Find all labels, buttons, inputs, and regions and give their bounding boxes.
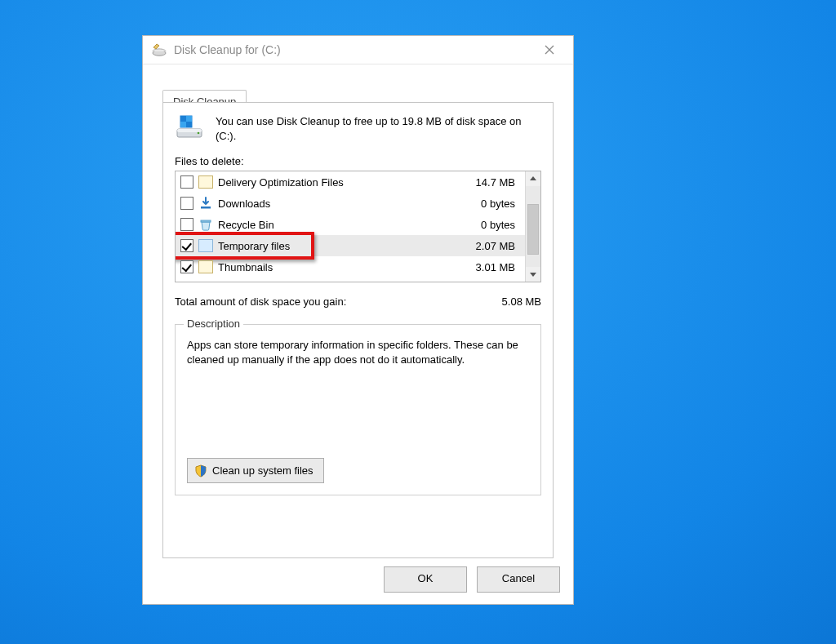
total-value: 5.08 MB xyxy=(468,295,541,308)
file-icon xyxy=(198,175,213,189)
disk-cleanup-dialog: Disk Cleanup for (C:) Disk Cleanup xyxy=(142,35,574,605)
svg-rect-7 xyxy=(180,122,186,127)
list-item[interactable]: Thumbnails3.01 MB xyxy=(176,256,525,278)
svg-rect-6 xyxy=(186,116,192,122)
checkbox[interactable] xyxy=(180,175,193,189)
close-icon xyxy=(545,45,554,55)
file-list: Delivery Optimization Files14.7 MBDownlo… xyxy=(175,171,541,282)
ok-button[interactable]: OK xyxy=(384,566,467,593)
item-size: 0 bytes xyxy=(442,198,520,210)
download-icon xyxy=(198,196,213,211)
checkbox[interactable] xyxy=(180,197,193,210)
scroll-up-button[interactable] xyxy=(526,171,540,186)
item-size: 3.01 MB xyxy=(442,261,520,273)
scroll-down-button[interactable] xyxy=(526,267,540,282)
item-name: Thumbnails xyxy=(218,261,437,273)
item-size: 2.07 MB xyxy=(442,240,520,252)
description-legend: Description xyxy=(184,318,243,330)
close-button[interactable] xyxy=(531,38,568,62)
tab-area: Disk Cleanup xyxy=(153,80,563,558)
checkbox[interactable] xyxy=(180,218,193,231)
item-size: 14.7 MB xyxy=(442,176,520,189)
svg-rect-5 xyxy=(180,116,186,122)
item-size: 0 bytes xyxy=(442,219,520,231)
cancel-button[interactable]: Cancel xyxy=(477,566,560,593)
svg-rect-2 xyxy=(177,129,202,132)
checkbox[interactable] xyxy=(180,239,193,252)
svg-rect-10 xyxy=(201,220,211,222)
shield-icon xyxy=(194,464,207,477)
svg-rect-8 xyxy=(186,122,192,127)
desktop-background: Disk Cleanup for (C:) Disk Cleanup xyxy=(0,0,836,644)
titlebar[interactable]: Disk Cleanup for (C:) xyxy=(143,36,573,64)
disk-cleanup-icon xyxy=(151,42,167,58)
list-item[interactable]: Temporary files2.07 MB xyxy=(176,235,525,256)
folder-blue-icon xyxy=(198,238,213,253)
files-to-delete-label: Files to delete: xyxy=(175,155,541,167)
recycle-icon xyxy=(198,217,213,232)
scrollbar-thumb[interactable] xyxy=(527,204,539,255)
clean-system-files-button[interactable]: Clean up system files xyxy=(187,458,324,483)
description-group: Description Apps can store temporary inf… xyxy=(175,324,541,495)
description-text: Apps can store temporary information in … xyxy=(187,338,529,367)
svg-point-3 xyxy=(198,132,200,135)
total-label: Total amount of disk space you gain: xyxy=(175,295,468,308)
scrollbar-track[interactable] xyxy=(526,186,540,267)
scrollbar-vertical[interactable] xyxy=(525,171,540,282)
file-icon xyxy=(198,260,213,274)
checkbox[interactable] xyxy=(180,260,193,273)
list-item[interactable]: Downloads0 bytes xyxy=(176,193,525,214)
item-name: Recycle Bin xyxy=(218,219,437,231)
tab-panel: You can use Disk Cleanup to free up to 1… xyxy=(162,102,554,558)
dialog-buttons: OK Cancel xyxy=(384,566,560,593)
intro-text: You can use Disk Cleanup to free up to 1… xyxy=(216,113,541,144)
window-title: Disk Cleanup for (C:) xyxy=(174,43,281,56)
intro-row: You can use Disk Cleanup to free up to 1… xyxy=(175,113,541,144)
list-item[interactable]: Recycle Bin0 bytes xyxy=(176,214,525,235)
drive-icon xyxy=(175,113,204,142)
svg-rect-9 xyxy=(201,207,211,209)
list-item[interactable]: Delivery Optimization Files14.7 MB xyxy=(176,171,525,193)
total-row: Total amount of disk space you gain: 5.0… xyxy=(175,295,541,308)
item-name: Delivery Optimization Files xyxy=(218,176,437,189)
clean-system-files-label: Clean up system files xyxy=(212,464,314,477)
item-name: Temporary files xyxy=(218,240,437,252)
item-name: Downloads xyxy=(218,198,437,210)
